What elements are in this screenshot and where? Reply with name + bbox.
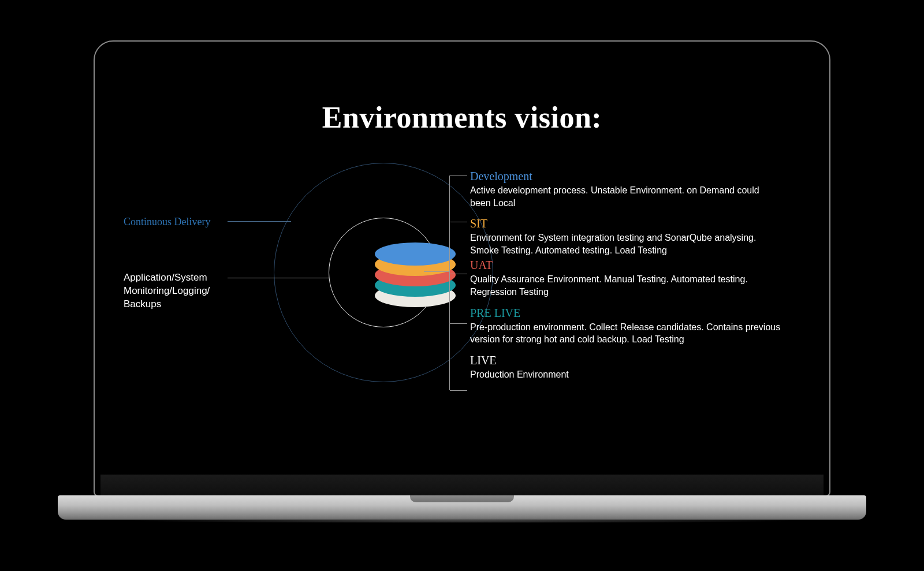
env-desc: Quality Assurance Environment. Manual Te… xyxy=(470,273,782,298)
env-title: UAT xyxy=(470,259,782,272)
label-monitoring: Application/System Monitoring/Logging/ B… xyxy=(124,271,239,311)
label-continuous-delivery: Continuous Delivery xyxy=(124,215,211,229)
connector-tick-icon xyxy=(450,323,467,324)
env-desc: Active development process. Unstable Env… xyxy=(470,184,782,209)
connector-tick-icon xyxy=(450,176,467,176)
laptop-screen: Environments vision: Continuous Delivery… xyxy=(100,47,824,495)
environment-list: Development Active development process. … xyxy=(470,170,782,389)
env-title: Development xyxy=(470,170,782,183)
env-sit: SIT Environment for System integration t… xyxy=(470,217,782,256)
environment-stack-icon xyxy=(375,238,456,307)
laptop-touchbar xyxy=(100,475,824,495)
env-desc: Environment for System integration testi… xyxy=(470,232,782,256)
env-desc: Pre-production environment. Collect Rele… xyxy=(470,321,782,346)
env-uat: UAT Quality Assurance Environment. Manua… xyxy=(470,259,782,298)
env-desc: Production Environment xyxy=(470,368,782,381)
connector-line-icon xyxy=(424,271,449,272)
laptop-base xyxy=(58,495,866,520)
connector-tick-icon xyxy=(450,390,467,391)
connector-line-icon xyxy=(228,278,330,278)
env-development: Development Active development process. … xyxy=(470,170,782,209)
env-title: LIVE xyxy=(470,354,782,367)
env-live: LIVE Production Environment xyxy=(470,354,782,381)
env-title: PRE LIVE xyxy=(470,307,782,320)
connector-tick-icon xyxy=(450,274,467,274)
layer-dev-icon xyxy=(375,242,456,266)
env-prelive: PRE LIVE Pre-production environment. Col… xyxy=(470,307,782,346)
slide-title: Environments vision: xyxy=(100,100,824,135)
connector-tick-icon xyxy=(450,222,467,222)
laptop-shadow-icon xyxy=(127,518,797,523)
env-title: SIT xyxy=(470,217,782,230)
laptop-frame: Environments vision: Continuous Delivery… xyxy=(94,40,830,497)
stage: Environments vision: Continuous Delivery… xyxy=(0,0,924,571)
connector-line-icon xyxy=(228,221,291,222)
connector-bracket-icon xyxy=(449,176,467,390)
